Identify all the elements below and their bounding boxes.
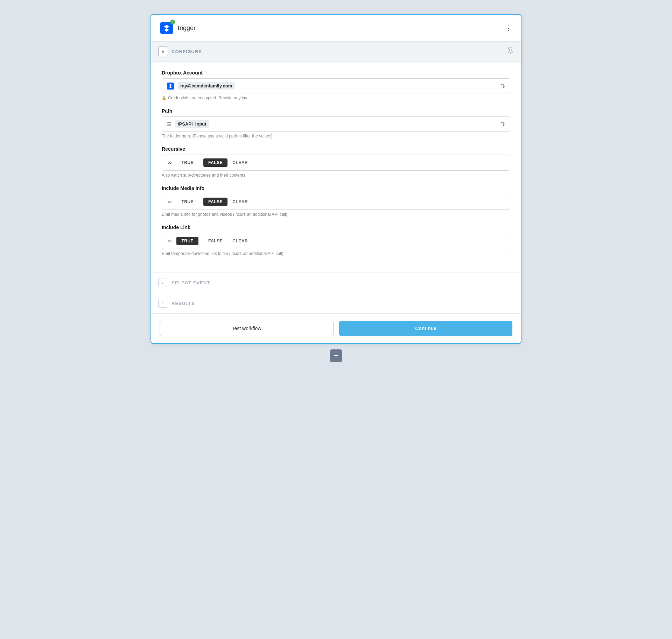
include-media-info-label: Include Media Info: [162, 185, 510, 191]
recursive-infinity-icon: ∞: [168, 159, 172, 166]
include-link-true-button[interactable]: TRUE: [176, 237, 198, 245]
recursive-false-button[interactable]: FALSE: [203, 158, 227, 167]
add-step-button[interactable]: +: [330, 349, 342, 362]
recursive-label: Recursive: [162, 146, 510, 152]
include-link-section: Include Link ∞ TRUE FALSE CLEAR Emit tem…: [162, 225, 510, 256]
header-title: trigger: [178, 24, 196, 32]
path-sort-arrows-icon: ⇅: [500, 121, 505, 127]
select-event-chevron[interactable]: ›: [158, 278, 167, 287]
dropbox-small-icon: [167, 83, 174, 90]
recursive-section: Recursive ∞ TRUE FALSE CLEAR Also watch …: [162, 146, 510, 178]
lock-icon: 🔒: [162, 96, 167, 100]
configure-label: CONFIGURE: [172, 49, 202, 54]
path-value: /PSAPI_Input: [175, 120, 209, 128]
pin-icon[interactable]: [507, 47, 514, 56]
select-event-label: SELECT EVENT: [172, 280, 210, 285]
card-content: Dropbox Account ray@camdenfamily.com ⇅ 🔒…: [151, 62, 521, 272]
chevron-right-icon: ›: [162, 280, 163, 285]
recursive-clear-button[interactable]: CLEAR: [232, 160, 248, 165]
path-label: Path: [162, 108, 510, 114]
test-workflow-button[interactable]: Test workflow: [160, 321, 334, 336]
media-info-clear-button[interactable]: CLEAR: [232, 199, 248, 204]
more-options-icon[interactable]: ⋮: [505, 24, 512, 32]
include-media-info-section: Include Media Info ∞ TRUE FALSE CLEAR Em…: [162, 185, 510, 217]
configure-left: ∨ CONFIGURE: [158, 47, 202, 56]
dropbox-account-hint: 🔒 Credentials are encrypted. Revoke anyt…: [162, 95, 510, 100]
path-select-left: ☰ /PSAPI_Input: [167, 120, 209, 128]
media-info-true-button[interactable]: TRUE: [176, 198, 198, 206]
chevron-down-icon: ∨: [161, 49, 165, 54]
include-link-hint: Emit temporary download link to file (in…: [162, 251, 510, 256]
results-chevron[interactable]: ›: [158, 299, 167, 308]
media-info-false-button[interactable]: FALSE: [203, 198, 227, 206]
include-link-false-button[interactable]: FALSE: [203, 237, 227, 245]
results-chevron-right-icon: ›: [162, 301, 163, 306]
path-hint: The folder path. (Please use a valid pat…: [162, 134, 510, 139]
main-card: ✓ trigger ⋮ ∨ CONFIGURE Dropbox Account: [150, 14, 522, 344]
dropbox-account-select[interactable]: ray@camdenfamily.com ⇅: [162, 78, 510, 93]
card-header: ✓ trigger ⋮: [151, 15, 521, 42]
continue-button[interactable]: Continue: [339, 321, 512, 336]
check-badge: ✓: [170, 20, 175, 24]
results-section[interactable]: › RESULTS: [151, 293, 521, 313]
dropbox-account-select-left: ray@camdenfamily.com: [167, 82, 235, 90]
include-link-clear-button[interactable]: CLEAR: [232, 239, 248, 243]
path-section: Path ☰ /PSAPI_Input ⇅ The folder path. (…: [162, 108, 510, 139]
recursive-toggle-group: ∞ TRUE FALSE CLEAR: [162, 155, 510, 171]
media-info-infinity-icon: ∞: [168, 199, 172, 205]
include-media-info-hint: Emit media info for photos and videos (i…: [162, 212, 510, 217]
card-footer: Test workflow Continue: [151, 313, 521, 343]
dropbox-account-section: Dropbox Account ray@camdenfamily.com ⇅ 🔒…: [162, 70, 510, 100]
header-left: ✓ trigger: [160, 21, 196, 35]
dropbox-account-label: Dropbox Account: [162, 70, 510, 76]
recursive-true-button[interactable]: TRUE: [176, 158, 198, 167]
include-link-label: Include Link: [162, 225, 510, 230]
sort-arrows-icon: ⇅: [500, 83, 505, 89]
path-select[interactable]: ☰ /PSAPI_Input ⇅: [162, 116, 510, 132]
svg-rect-2: [167, 83, 174, 90]
path-menu-icon: ☰: [167, 121, 172, 127]
include-media-info-toggle-group: ∞ TRUE FALSE CLEAR: [162, 194, 510, 210]
dropbox-account-value: ray@camdenfamily.com: [177, 82, 235, 90]
select-event-section[interactable]: › SELECT EVENT: [151, 272, 521, 293]
configure-bar: ∨ CONFIGURE: [151, 42, 521, 62]
recursive-hint: Also watch sub-directories and their con…: [162, 173, 510, 178]
include-link-infinity-icon: ∞: [168, 238, 172, 244]
include-link-toggle-group: ∞ TRUE FALSE CLEAR: [162, 233, 510, 249]
results-label: RESULTS: [172, 301, 195, 306]
dropbox-icon-wrapper: ✓: [160, 21, 174, 35]
configure-chevron-button[interactable]: ∨: [158, 47, 168, 56]
